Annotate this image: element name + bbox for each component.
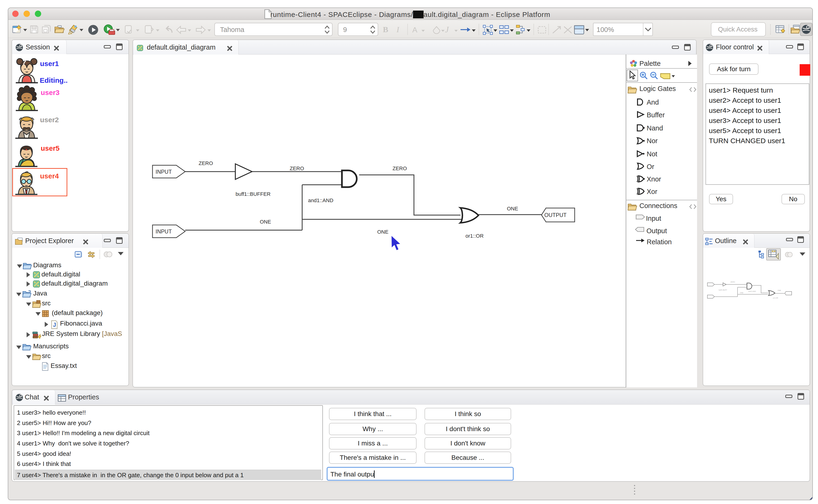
svg-text:and1::AND: and1::AND — [308, 197, 334, 203]
svg-text:INPUT: INPUT — [155, 228, 172, 235]
svg-text:ONE: ONE — [507, 206, 518, 212]
svg-text:ZERO: ZERO — [731, 281, 735, 283]
svg-text:ZERO: ZERO — [393, 165, 407, 171]
svg-text:ONE: ONE — [740, 292, 744, 294]
svg-text:buff1::BUFFER: buff1::BUFFER — [236, 191, 271, 197]
svg-text:J: J — [53, 322, 56, 328]
svg-text:ZERO: ZERO — [290, 165, 304, 171]
svg-text:INPUT: INPUT — [155, 169, 172, 175]
svg-text:or1::OR: or1::OR — [465, 233, 484, 239]
svg-text:ZERO: ZERO — [198, 160, 213, 166]
svg-text:ONE: ONE — [260, 219, 271, 225]
svg-text:ONE: ONE — [778, 290, 781, 291]
svg-text:and1:AND: and1:AND — [748, 291, 756, 292]
svg-text:or1:OR: or1:OR — [773, 297, 778, 299]
svg-text:buff1:BUFF: buff1:BUFF — [719, 289, 727, 291]
svg-text:ONE: ONE — [377, 229, 389, 235]
svg-text:OUTPUT: OUTPUT — [544, 212, 567, 218]
